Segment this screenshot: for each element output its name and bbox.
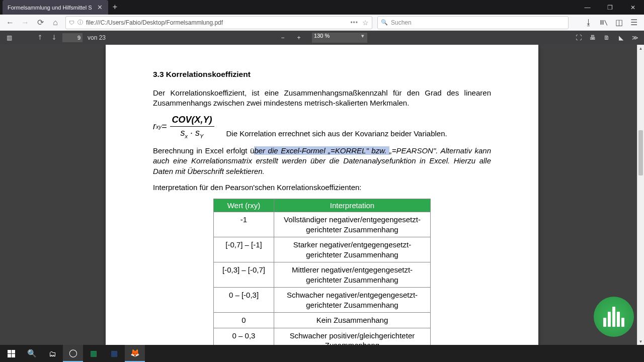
paragraph: Interpretation für den Pearson'schen Kor… <box>153 183 491 193</box>
page-number-input[interactable] <box>62 33 83 42</box>
home-button[interactable]: ⌂ <box>48 16 62 30</box>
info-icon: ⓘ <box>77 19 83 26</box>
maximize-button[interactable]: ❐ <box>599 0 621 15</box>
reload-button[interactable]: ⟳ <box>33 16 47 30</box>
tools-icon[interactable]: ≫ <box>629 32 641 44</box>
vertical-scrollbar[interactable]: ▲ ▼ <box>637 45 644 345</box>
library-icon[interactable]: Ⅲ\ <box>597 16 611 30</box>
page-down-icon[interactable]: 🡓 <box>48 32 60 44</box>
start-button[interactable] <box>1 345 21 362</box>
table-row: 0Kein Zusammenhang <box>214 313 431 328</box>
back-button[interactable]: ← <box>3 16 17 30</box>
url-text: file:///C:/Users/Fabio/Desktop/Formelsam… <box>86 19 350 26</box>
taskbar-app-obs[interactable]: ◯ <box>63 345 83 362</box>
search-icon: 🔍 <box>381 19 388 26</box>
zoom-controls: − + 130 % <box>277 32 367 44</box>
window-titlebar: Formelsammlung und Hilfsmittel S ✕ + — ❐… <box>0 0 644 15</box>
pdf-page: 3.3 Korrelationskoeffizient Der Korrelat… <box>106 45 538 345</box>
taskbar-app[interactable]: 🗂 <box>42 345 62 362</box>
print-icon[interactable]: 🖶 <box>587 32 599 44</box>
taskbar-app-word[interactable]: ▦ <box>104 345 124 362</box>
zoom-out-icon[interactable]: − <box>277 32 289 44</box>
search-field[interactable]: 🔍 Suchen <box>377 16 569 29</box>
search-placeholder: Suchen <box>391 19 412 26</box>
presentation-icon[interactable]: ⛶ <box>573 32 585 44</box>
minimize-button[interactable]: — <box>576 0 599 15</box>
bookmark-icon[interactable]: ◣ <box>615 32 627 44</box>
scroll-up-icon[interactable]: ▲ <box>637 45 644 52</box>
sidebar-toggle-icon[interactable]: ▥ <box>3 32 15 44</box>
highlighted-text: ber die Excel-Formel „=KORREL" bzw. <box>254 146 389 155</box>
formula-caption: Die Korrelation errechnet sich aus der K… <box>226 129 447 139</box>
formula-row: rxy = COV(X,Y) sx · sY Die Korrelation e… <box>153 115 491 139</box>
table-row: [-0,7] – [-1]Starker negativer/entgegeng… <box>214 237 431 262</box>
window-controls: — ❐ ✕ <box>576 0 644 15</box>
url-toolbar: ← → ⟳ ⌂ 🛡 ⓘ file:///C:/Users/Fabio/Deskt… <box>0 15 644 31</box>
pdf-viewport[interactable]: 3.3 Korrelationskoeffizient Der Korrelat… <box>0 45 644 345</box>
table-row: 0 – 0,3Schwacher positiver/gleichgericht… <box>214 328 431 345</box>
table-header: Wert (rxy) <box>214 199 274 212</box>
sidebar-icon[interactable]: ◫ <box>612 16 626 30</box>
downloads-icon[interactable]: ⭳ <box>582 16 596 30</box>
page-up-icon[interactable]: 🡑 <box>34 32 46 44</box>
table-header: Interpretation <box>274 199 431 212</box>
watermark-badge <box>594 297 634 337</box>
close-window-button[interactable]: ✕ <box>621 0 644 15</box>
interpretation-table: Wert (rxy) Interpretation -1Vollständige… <box>213 199 431 345</box>
page-actions-icon[interactable]: ••• <box>350 19 358 26</box>
zoom-in-icon[interactable]: + <box>293 32 305 44</box>
section-heading: 3.3 Korrelationskoeffizient <box>153 70 491 79</box>
table-row: -1Vollständiger negativer/entgegengesetz… <box>214 212 431 237</box>
paragraph: Der Korrelationskoeffizient, ist eine Zu… <box>153 88 491 109</box>
url-field[interactable]: 🛡 ⓘ file:///C:/Users/Fabio/Desktop/Forme… <box>65 16 372 29</box>
new-tab-button[interactable]: + <box>108 0 122 14</box>
pdf-toolbar: ▥ 🡑 🡓 von 23 − + 130 % ⛶ 🖶 🗎 ◣ ≫ <box>0 31 644 45</box>
windows-taskbar: 🔍 🗂 ◯ ▦ ▦ 🦊 <box>0 345 644 362</box>
paragraph: Berechnung in Excel erfolgt über die Exc… <box>153 146 491 176</box>
download-icon[interactable]: 🗎 <box>601 32 613 44</box>
table-header-row: Wert (rxy) Interpretation <box>214 199 431 212</box>
table-row: [-0,3] – [-0,7]Mittlerer negativer/entge… <box>214 262 431 288</box>
formula: rxy = COV(X,Y) sx · sY <box>153 115 214 139</box>
scroll-thumb[interactable] <box>638 130 643 175</box>
menu-icon[interactable]: ☰ <box>627 16 641 30</box>
browser-tab[interactable]: Formelsammlung und Hilfsmittel S ✕ <box>3 0 108 15</box>
chart-icon <box>603 307 624 327</box>
bookmark-star-icon[interactable]: ☆ <box>362 19 369 27</box>
table-row: 0 – [-0,3]Schwacher negativer/entgegenge… <box>214 288 431 313</box>
shield-icon: 🛡 <box>69 20 74 26</box>
page-total-label: von 23 <box>88 34 106 41</box>
scroll-down-icon[interactable]: ▼ <box>637 338 644 345</box>
taskbar-app-excel[interactable]: ▦ <box>84 345 104 362</box>
taskbar-app-firefox[interactable]: 🦊 <box>125 345 145 362</box>
search-button[interactable]: 🔍 <box>22 345 42 362</box>
tab-title: Formelsammlung und Hilfsmittel S <box>8 5 92 11</box>
close-tab-icon[interactable]: ✕ <box>96 4 104 12</box>
zoom-select[interactable]: 130 % <box>312 33 367 43</box>
forward-button[interactable]: → <box>18 16 32 30</box>
